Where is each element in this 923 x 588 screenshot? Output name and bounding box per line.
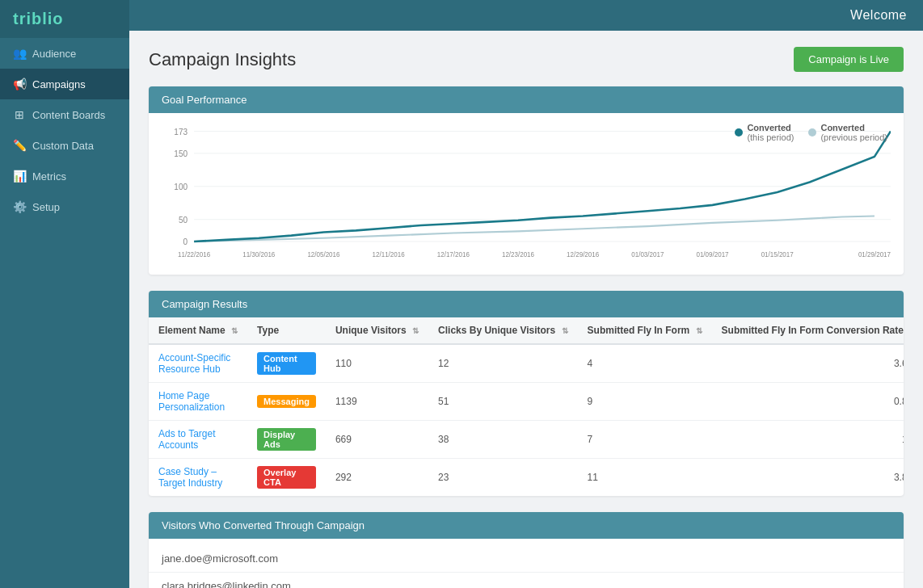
- topbar: Welcome: [129, 0, 923, 31]
- element-name-link[interactable]: Account-Specific Resource Hub: [158, 352, 230, 375]
- content-area: Campaign Insights Campaign is Live Goal …: [129, 31, 923, 588]
- col-conversion[interactable]: Submitted Fly In Form Conversion Rate ⇅: [712, 317, 904, 344]
- table-row: Home Page Personalization Messaging 1139…: [149, 383, 904, 421]
- campaign-results-section: Campaign Results Element Name ⇅ Type Uni…: [149, 291, 904, 496]
- svg-text:0: 0: [183, 237, 188, 246]
- sort-icon-clicks: ⇅: [562, 326, 568, 335]
- svg-text:01/15/2017: 01/15/2017: [761, 251, 794, 258]
- sidebar-item-content-boards[interactable]: ⊞Content Boards: [0, 99, 129, 130]
- table-row: Ads to Target Accounts Display Ads 669 3…: [149, 421, 904, 459]
- page-title: Campaign Insights: [149, 49, 296, 70]
- legend-sub-current: (this period): [747, 132, 794, 142]
- cell-clicks: 51: [428, 383, 578, 421]
- logo: triblio: [0, 0, 129, 38]
- svg-text:12/23/2016: 12/23/2016: [502, 251, 535, 258]
- list-item: clara.bridges@linkedin.com: [149, 573, 904, 588]
- svg-text:11/22/2016: 11/22/2016: [178, 251, 211, 258]
- legend-sub-previous: (previous period): [820, 132, 887, 142]
- goal-performance-header: Goal Performance: [149, 86, 904, 113]
- chart-svg: 173 150 100 50 0 11/22/2016 11/30/2016 1…: [162, 123, 891, 258]
- svg-text:01/09/2017: 01/09/2017: [696, 251, 729, 258]
- col-clicks[interactable]: Clicks By Unique Visitors ⇅: [428, 317, 578, 344]
- sidebar-item-campaigns[interactable]: 📢Campaigns: [0, 69, 129, 99]
- cell-unique-visitors: 110: [326, 344, 428, 383]
- sidebar: triblio 👥Audience📢Campaigns⊞Content Boar…: [0, 0, 129, 588]
- results-table: Element Name ⇅ Type Unique Visitors ⇅ Cl…: [149, 317, 904, 496]
- cell-submitted: 11: [578, 459, 712, 497]
- type-badge: Display Ads: [257, 428, 316, 451]
- cell-unique-visitors: 292: [326, 459, 428, 497]
- element-name-link[interactable]: Ads to Target Accounts: [158, 428, 216, 451]
- sidebar-item-setup[interactable]: ⚙️Setup: [0, 191, 129, 222]
- cell-conversion: 3.6%: [712, 344, 904, 383]
- sidebar-item-custom-data[interactable]: ✏️Custom Data: [0, 130, 129, 161]
- cell-element-name: Ads to Target Accounts: [149, 421, 247, 459]
- cell-conversion: 0.8%: [712, 383, 904, 421]
- results-table-head: Element Name ⇅ Type Unique Visitors ⇅ Cl…: [149, 317, 904, 344]
- sort-icon-unique: ⇅: [412, 326, 419, 335]
- sidebar-item-audience[interactable]: 👥Audience: [0, 38, 129, 69]
- cell-submitted: 9: [578, 383, 712, 421]
- legend-dot-previous: [808, 128, 816, 136]
- element-name-link[interactable]: Case Study – Target Industry: [158, 466, 222, 489]
- results-table-header-row: Element Name ⇅ Type Unique Visitors ⇅ Cl…: [149, 317, 904, 344]
- campaign-live-button[interactable]: Campaign is Live: [794, 47, 904, 72]
- cell-type: Content Hub: [247, 344, 326, 383]
- page-header: Campaign Insights Campaign is Live: [149, 47, 904, 72]
- svg-text:150: 150: [174, 149, 188, 158]
- main-content: Welcome Campaign Insights Campaign is Li…: [129, 0, 923, 588]
- legend-dot-current: [735, 128, 743, 136]
- chart-legend: Converted (this period) Converted (previ…: [735, 123, 887, 142]
- cell-submitted: 7: [578, 421, 712, 459]
- cell-clicks: 12: [428, 344, 578, 383]
- cell-type: Overlay CTA: [247, 459, 326, 497]
- cell-clicks: 23: [428, 459, 578, 497]
- col-element-name[interactable]: Element Name ⇅: [149, 317, 247, 344]
- col-unique-visitors[interactable]: Unique Visitors ⇅: [326, 317, 428, 344]
- campaign-results-body: Element Name ⇅ Type Unique Visitors ⇅ Cl…: [149, 317, 904, 496]
- visitors-list: jane.doe@microsoft.comclara.bridges@link…: [149, 539, 904, 588]
- goal-performance-body: Converted (this period) Converted (previ…: [149, 113, 904, 275]
- campaign-results-header: Campaign Results: [149, 291, 904, 317]
- svg-text:100: 100: [174, 183, 188, 191]
- svg-text:12/05/2016: 12/05/2016: [307, 251, 340, 258]
- cell-element-name: Account-Specific Resource Hub: [149, 344, 247, 383]
- sidebar-nav: 👥Audience📢Campaigns⊞Content Boards✏️Cust…: [0, 38, 129, 222]
- table-row: Account-Specific Resource Hub Content Hu…: [149, 344, 904, 383]
- sidebar-label-setup: Setup: [32, 201, 60, 213]
- legend-previous: Converted (previous period): [808, 123, 887, 142]
- cell-element-name: Case Study – Target Industry: [149, 459, 247, 497]
- col-type[interactable]: Type: [247, 317, 326, 344]
- sidebar-icon-metrics: 📊: [13, 170, 26, 183]
- type-badge: Content Hub: [257, 352, 316, 375]
- visitors-section: Visitors Who Converted Through Campaign …: [149, 512, 904, 588]
- sort-icon-submitted: ⇅: [696, 326, 702, 335]
- table-row: Case Study – Target Industry Overlay CTA…: [149, 459, 904, 497]
- col-submitted[interactable]: Submitted Fly In Form ⇅: [578, 317, 712, 344]
- sidebar-icon-campaigns: 📢: [13, 78, 26, 90]
- sidebar-icon-custom-data: ✏️: [13, 139, 26, 152]
- cell-element-name: Home Page Personalization: [149, 383, 247, 421]
- goal-performance-section: Goal Performance Converted (this period): [149, 86, 904, 275]
- list-item: jane.doe@microsoft.com: [149, 545, 904, 573]
- cell-submitted: 4: [578, 344, 712, 383]
- chart-area: Converted (this period) Converted (previ…: [149, 113, 904, 275]
- cell-conversion: 3.8%: [712, 459, 904, 497]
- sidebar-label-audience: Audience: [32, 48, 76, 60]
- legend-title-current: Converted: [747, 123, 794, 132]
- legend-title-previous: Converted: [820, 123, 887, 132]
- svg-text:50: 50: [179, 216, 188, 225]
- cell-type: Display Ads: [247, 421, 326, 459]
- cell-clicks: 38: [428, 421, 578, 459]
- element-name-link[interactable]: Home Page Personalization: [158, 390, 225, 413]
- results-table-body: Account-Specific Resource Hub Content Hu…: [149, 344, 904, 496]
- welcome-text: Welcome: [850, 8, 907, 22]
- sort-icon-element-name: ⇅: [231, 326, 238, 335]
- svg-text:12/17/2016: 12/17/2016: [437, 251, 470, 258]
- svg-text:12/11/2016: 12/11/2016: [373, 251, 406, 258]
- cell-type: Messaging: [247, 383, 326, 421]
- sidebar-item-metrics[interactable]: 📊Metrics: [0, 161, 129, 191]
- svg-text:12/29/2016: 12/29/2016: [567, 251, 600, 258]
- svg-text:01/29/2017: 01/29/2017: [858, 251, 891, 258]
- type-badge: Overlay CTA: [257, 466, 316, 489]
